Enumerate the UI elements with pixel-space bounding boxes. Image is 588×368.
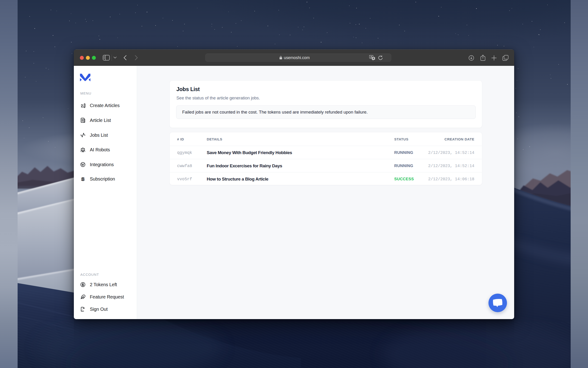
svg-text:S: S [81,176,85,182]
